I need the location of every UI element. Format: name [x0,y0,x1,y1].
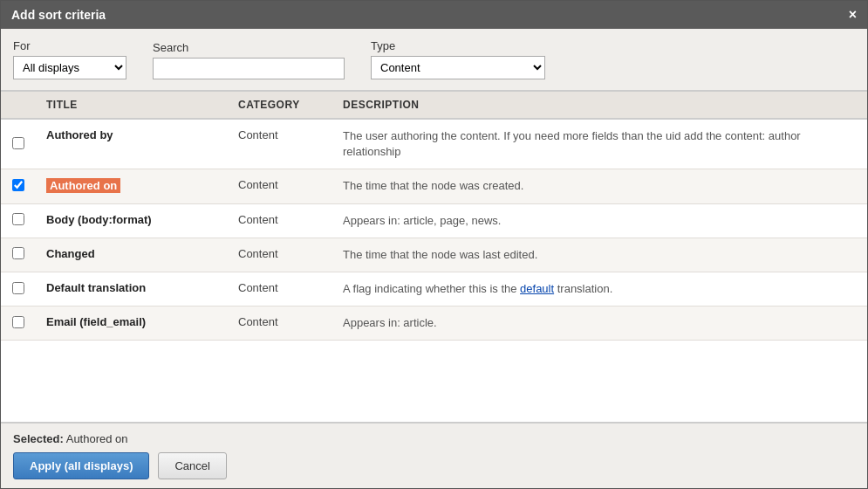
authored-on-title: Authored on [46,178,120,193]
search-control-group: Search [153,41,345,79]
row-description-cell: The time that the node was created. [332,169,867,203]
row-checkbox-cell [1,306,36,341]
body-format-checkbox[interactable] [12,213,24,225]
footer-buttons: Apply (all displays) Cancel [13,452,855,479]
body-format-title: Body (body:format) [46,213,152,226]
changed-category: Content [238,247,278,260]
body-format-description: Appears in: article, page, news. [343,214,501,227]
authored-on-checkbox[interactable] [12,179,24,191]
type-control-group: Type Content [371,39,545,79]
table-row: Authored by Content The user authoring t… [1,119,867,169]
row-checkbox-cell [1,238,36,272]
default-translation-description: A flag indicating whether this is the de… [343,282,612,295]
authored-on-category: Content [238,178,278,191]
selected-label: Selected: [13,432,64,445]
row-title-cell: Authored by [36,119,228,169]
row-category-cell: Content [228,272,332,306]
row-category-cell: Content [228,119,332,169]
changed-description: The time that the node was last edited. [343,248,537,261]
changed-title: Changed [46,247,95,260]
for-label: For [13,39,126,52]
email-category: Content [238,315,278,328]
changed-checkbox[interactable] [12,247,24,259]
authored-by-checkbox[interactable] [12,137,24,149]
criteria-table-container: TITLE CATEGORY DESCRIPTION Authored by C… [1,91,867,422]
col-header-title: TITLE [36,92,228,119]
row-title-cell: Default translation [36,272,228,306]
table-row: Changed Content The time that the node w… [1,238,867,272]
row-checkbox-cell [1,169,36,203]
search-label: Search [153,41,345,54]
table-row: Email (field_email) Content Appears in: … [1,306,867,341]
row-description-cell: The time that the node was last edited. [332,238,867,272]
row-title-cell: Email (field_email) [36,306,228,341]
row-category-cell: Content [228,169,332,203]
row-category-cell: Content [228,238,332,272]
row-checkbox-cell [1,272,36,306]
for-control-group: For All displays [13,39,126,79]
row-checkbox-cell [1,203,36,238]
authored-by-description: The user authoring the content. If you n… [343,129,801,158]
table-row: Default translation Content A flag indic… [1,272,867,306]
dialog-controls: For All displays Search Type Content [1,29,867,91]
email-title: Email (field_email) [46,315,146,328]
row-title-cell: Authored on [36,169,228,203]
dialog-title: Add sort criteria [11,8,106,22]
row-description-cell: The user authoring the content. If you n… [332,119,867,169]
close-icon[interactable]: × [849,8,857,22]
row-description-cell: Appears in: article, page, news. [332,203,867,238]
row-title-cell: Body (body:format) [36,203,228,238]
authored-on-description: The time that the node was created. [343,179,523,192]
row-category-cell: Content [228,203,332,238]
default-translation-checkbox[interactable] [12,282,24,294]
selected-text: Selected: Authored on [13,432,855,445]
type-select[interactable]: Content [371,56,545,79]
table-row: Authored on Content The time that the no… [1,169,867,203]
add-sort-criteria-dialog: Add sort criteria × For All displays Sea… [0,0,868,489]
body-format-category: Content [238,213,278,226]
apply-button[interactable]: Apply (all displays) [13,452,149,479]
row-description-cell: A flag indicating whether this is the de… [332,272,867,306]
authored-by-title: Authored by [46,128,113,141]
table-row: Body (body:format) Content Appears in: a… [1,203,867,238]
authored-by-category: Content [238,128,278,141]
default-translation-title: Default translation [46,281,146,294]
selected-value: Authored on [66,432,128,445]
email-description: Appears in: article. [343,316,437,329]
cancel-button[interactable]: Cancel [158,452,226,479]
row-checkbox-cell [1,119,36,169]
for-select[interactable]: All displays [13,56,126,79]
type-label: Type [371,39,545,52]
default-translation-category: Content [238,281,278,294]
criteria-table: TITLE CATEGORY DESCRIPTION Authored by C… [1,92,867,341]
table-header-row: TITLE CATEGORY DESCRIPTION [1,92,867,119]
dialog-footer: Selected: Authored on Apply (all display… [1,422,867,488]
row-title-cell: Changed [36,238,228,272]
row-description-cell: Appears in: article. [332,306,867,341]
col-header-checkbox [1,92,36,119]
col-header-description: DESCRIPTION [332,92,867,119]
dialog-header: Add sort criteria × [1,1,867,29]
default-link[interactable]: default [520,282,554,295]
row-category-cell: Content [228,306,332,341]
search-input[interactable] [153,58,345,79]
col-header-category: CATEGORY [228,92,332,119]
email-checkbox[interactable] [12,316,24,328]
